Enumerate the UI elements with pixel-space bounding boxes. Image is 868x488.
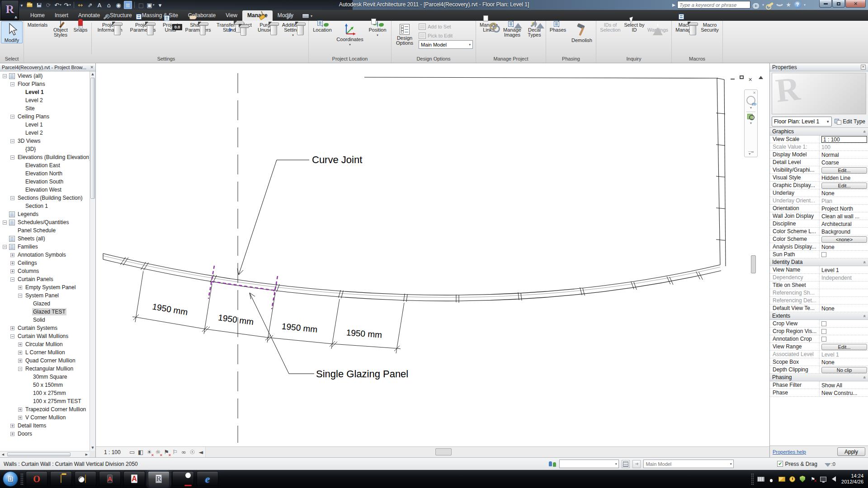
tree-expander-icon[interactable]: + (18, 416, 22, 420)
taskbar-app-internet-explorer[interactable]: e (197, 471, 218, 487)
tag-icon[interactable]: ⇗ (86, 1, 94, 9)
tree-item-ceilings[interactable]: +Ceilings (0, 259, 90, 267)
zoom-region-icon[interactable] (747, 113, 755, 120)
navigation-bar-close-icon[interactable]: ✕ (753, 91, 756, 95)
manage-links-button[interactable]: Manage Links (477, 21, 500, 33)
steering-wheel-dropdown-icon[interactable]: ▼ (750, 106, 753, 109)
tree-expander-icon[interactable]: − (18, 367, 22, 371)
project-browser-horizontal-scrollbar[interactable]: ◀ ▶ (0, 451, 90, 457)
design-option-combo[interactable]: Main Model▾ (419, 40, 473, 49)
collapse-view-bar-icon[interactable]: ◄ (197, 448, 205, 456)
section-header-identity-data[interactable]: Identity Data« (770, 258, 868, 266)
materials-button[interactable]: Materials (25, 21, 50, 28)
tree-expander-icon[interactable]: + (18, 343, 22, 347)
manage-images-button[interactable]: Manage Images (500, 21, 524, 38)
application-menu-arrow-icon[interactable]: ▼ (20, 4, 24, 8)
tree-item-glazed[interactable]: Glazed (0, 300, 90, 308)
tree-item-site[interactable]: Site (0, 104, 90, 113)
qq-tray-icon[interactable] (768, 475, 775, 483)
start-button[interactable]: ⊞ (3, 471, 18, 487)
scrollbar-thumb[interactable] (7, 452, 71, 456)
tree-expander-icon[interactable]: + (18, 351, 22, 355)
sun-path-off-icon[interactable]: ☼✕ (154, 448, 162, 456)
taskbar-app-opera[interactable]: O (26, 471, 47, 487)
property-value[interactable]: Normal (821, 152, 839, 158)
default-3d-view-icon[interactable]: ⌂ (105, 1, 113, 9)
tree-item-elevation-west[interactable]: Elevation West (0, 186, 90, 194)
tree-expander-icon[interactable]: − (3, 221, 7, 225)
tree-expander-icon[interactable]: − (10, 82, 14, 86)
tree-item-views-all-[interactable]: −Views (all) (0, 72, 90, 80)
tree-item-curtain-wall-mullions[interactable]: −Curtain Wall Mullions (0, 332, 90, 340)
keyboard-tray-icon[interactable] (757, 475, 764, 483)
phases-button[interactable]: Phases (547, 21, 569, 33)
zoom-dropdown-icon[interactable]: ▼ (750, 122, 753, 125)
volume-tray-icon[interactable] (830, 475, 837, 483)
tree-item-circular-mullion[interactable]: +Circular Mullion (0, 340, 90, 348)
property-value[interactable]: Clean all wall ... (821, 213, 859, 220)
tree-expander-icon[interactable]: + (18, 408, 22, 412)
modify-button[interactable]: Modify (1, 21, 23, 43)
property-value-button[interactable]: No clip (821, 367, 867, 373)
ribbon-state-toggle[interactable]: ▾ (302, 14, 312, 21)
ribbon-group-label[interactable]: Project Location (310, 56, 390, 62)
location-button[interactable]: Location (310, 21, 335, 33)
curve-joint-label[interactable]: Curve Joint (312, 154, 362, 165)
section-header-phasing[interactable]: Phasing« (770, 374, 868, 381)
taskbar-app-windows-explorer[interactable] (50, 471, 72, 487)
ribbon-group-label[interactable]: Select (1, 56, 23, 62)
temporary-hide-isolate-icon[interactable]: ∞ (179, 448, 188, 456)
design-options-button[interactable]: Design Options (392, 21, 417, 46)
redo-icon[interactable]: ↷▾ (63, 1, 71, 9)
tree-item-level-1[interactable]: Level 1 (0, 121, 90, 129)
subscription-key-icon[interactable] (767, 1, 774, 9)
section-icon[interactable]: ◉ (114, 1, 123, 9)
switch-windows-icon[interactable]: ▣▾ (146, 1, 155, 9)
drawing-canvas[interactable]: 1950 mm 1950 mm 1950 mm 1950 mm (96, 63, 769, 457)
tree-item-panel-schedule[interactable]: Panel Schedule (0, 226, 90, 235)
tree-item-floor-plans[interactable]: −Floor Plans (0, 80, 90, 88)
tree-item-curtain-systems[interactable]: +Curtain Systems (0, 324, 90, 332)
text-icon[interactable]: A (95, 1, 104, 9)
purge-unused-button[interactable]: Purge Unused (254, 21, 278, 33)
tree-item-elevation-south[interactable]: Elevation South (0, 178, 90, 186)
press-drag-checkbox[interactable]: ✔ (777, 461, 783, 467)
property-checkbox[interactable] (821, 329, 826, 334)
tree-expander-icon[interactable]: + (18, 359, 22, 363)
tree-item-level-2[interactable]: Level 2 (0, 96, 90, 104)
device-eject-tray-icon[interactable]: ⚑ (809, 475, 816, 483)
open-icon[interactable] (25, 1, 33, 9)
shared-parameters-button[interactable]: Shared Parameters (182, 21, 214, 33)
tree-item-system-panel[interactable]: −System Panel (0, 291, 90, 300)
search-dropdown-icon[interactable]: ▾ (761, 1, 765, 9)
tree-expander-icon[interactable]: − (3, 74, 7, 78)
object-styles-button[interactable]: Object Styles (50, 21, 71, 38)
scrollbar-thumb[interactable] (90, 78, 95, 199)
view-maximize-arrow-icon[interactable] (759, 76, 763, 79)
tree-expander-icon[interactable]: + (10, 261, 14, 265)
steering-wheel-icon[interactable] (746, 96, 755, 105)
favorites-star-icon[interactable]: ★ (785, 1, 792, 9)
property-checkbox[interactable] (821, 321, 826, 326)
tree-item-30mm-square[interactable]: 30mm Square (0, 373, 90, 381)
property-value-button[interactable]: Edit... (821, 183, 867, 189)
tab-collaborate[interactable]: Collaborate (183, 10, 221, 21)
tree-item--3d-[interactable]: {3D} (0, 145, 90, 153)
tree-item-columns[interactable]: +Columns (0, 267, 90, 275)
project-browser-close-icon[interactable]: ✕ (90, 65, 94, 70)
tree-expander-icon[interactable]: + (10, 253, 14, 257)
ribbon-group-label[interactable]: Inquiry (597, 56, 670, 62)
tree-item-elevation-north[interactable]: Elevation North (0, 169, 90, 178)
tree-item-families[interactable]: −Families (0, 243, 90, 251)
tab-home[interactable]: Home (25, 10, 50, 21)
transfer-project-standards-button[interactable]: Transfer Project Standards (214, 21, 254, 33)
tree-item-schedules-quantities[interactable]: −Schedules/Quantities (0, 218, 90, 226)
view-close-icon[interactable]: ✕ (748, 75, 754, 80)
tree-item-ceiling-plans[interactable]: −Ceiling Plans (0, 113, 90, 121)
tree-expander-icon[interactable]: − (10, 277, 14, 282)
curtain-wall[interactable] (103, 77, 726, 303)
properties-close-icon[interactable]: ✕ (861, 65, 866, 70)
ribbon-group-label[interactable]: Manage Project (477, 56, 545, 62)
tab-modify[interactable]: Modify (273, 10, 298, 21)
tree-item-l-corner-mullion[interactable]: +L Corner Mullion (0, 348, 90, 357)
